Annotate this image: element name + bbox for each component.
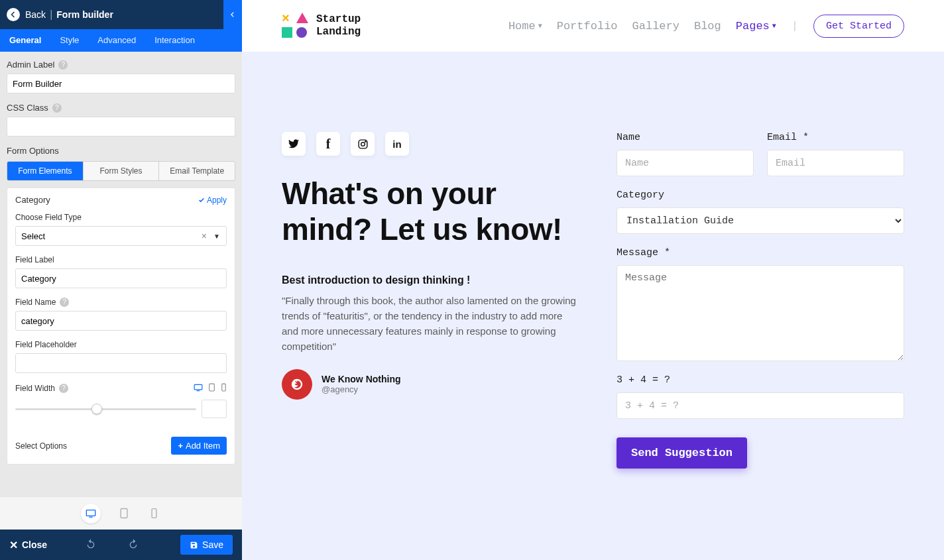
- nav-home[interactable]: Home ▼: [508, 20, 542, 32]
- apply-label: Apply: [207, 196, 227, 205]
- get-started-button[interactable]: Get Started: [813, 15, 904, 38]
- tab-style[interactable]: Style: [50, 29, 88, 52]
- site-nav: Home ▼ Portfolio Gallery Blog Pages ▼ | …: [508, 15, 904, 38]
- tab-interaction[interactable]: Interaction: [145, 29, 204, 52]
- field-placeholder-input[interactable]: [15, 353, 227, 373]
- card-header: Category Apply: [15, 195, 227, 205]
- nav-portfolio[interactable]: Portfolio: [557, 20, 618, 32]
- svg-rect-4: [86, 510, 95, 516]
- css-class-label: CSS Class ?: [7, 103, 235, 113]
- field-type-select[interactable]: × ▼: [15, 226, 227, 246]
- author-name: We Know Nothing: [322, 374, 401, 384]
- close-icon: ✕: [9, 539, 18, 551]
- field-label-input[interactable]: [15, 268, 227, 288]
- site-header: × Startup Landing Home ▼ Portfolio Galle…: [242, 0, 944, 52]
- save-button[interactable]: Save: [180, 535, 233, 555]
- collapse-button[interactable]: [223, 0, 242, 29]
- slider-handle[interactable]: [91, 404, 102, 414]
- mobile-icon[interactable]: [221, 382, 227, 394]
- svg-rect-5: [89, 516, 92, 517]
- nav-blog[interactable]: Blog: [694, 20, 721, 32]
- undo-button[interactable]: [86, 538, 96, 551]
- help-icon[interactable]: ?: [59, 384, 68, 393]
- email-input[interactable]: [767, 150, 904, 176]
- svg-rect-1: [197, 390, 200, 391]
- css-class-text: CSS Class: [7, 103, 48, 113]
- logo-shape-circle: [296, 27, 307, 38]
- plus-icon: +: [178, 441, 183, 451]
- svg-point-10: [365, 140, 365, 141]
- subtab-form-elements[interactable]: Form Elements: [7, 162, 84, 180]
- device-desktop-icon[interactable]: [81, 504, 101, 524]
- testimonial-text: "Finally through this book, the author a…: [282, 293, 577, 355]
- instagram-icon[interactable]: [351, 132, 375, 156]
- subtab-form-styles[interactable]: Form Styles: [84, 162, 160, 180]
- form-options-label: Form Options: [7, 146, 235, 156]
- svg-point-9: [361, 142, 365, 146]
- close-button[interactable]: ✕ Close: [9, 539, 47, 551]
- css-class-input[interactable]: [7, 117, 235, 137]
- field-card: Category Apply Choose Field Type × ▼ Fie…: [7, 188, 235, 465]
- category-select[interactable]: Installation Guide: [617, 207, 904, 234]
- close-label: Close: [22, 539, 47, 550]
- panel-title: Form builder: [56, 9, 113, 20]
- device-mobile-icon[interactable]: [147, 506, 162, 521]
- field-name-input[interactable]: [15, 311, 227, 331]
- nav-separator: |: [794, 20, 796, 32]
- admin-label-text: Admin Label: [7, 60, 54, 70]
- logo-mark: ×: [282, 13, 308, 39]
- page-body: f in What's on your mind? Let us know! B…: [242, 52, 944, 495]
- author-handle: @agency: [322, 384, 401, 394]
- help-icon[interactable]: ?: [60, 298, 69, 307]
- submit-button[interactable]: Send Suggestion: [617, 437, 747, 469]
- svg-rect-6: [121, 509, 127, 518]
- chevron-down-icon[interactable]: ▼: [213, 233, 220, 240]
- admin-label-input[interactable]: [7, 74, 235, 93]
- back-label[interactable]: Back: [25, 9, 46, 20]
- field-type-input[interactable]: [15, 226, 227, 246]
- svg-rect-7: [152, 509, 156, 518]
- add-item-button[interactable]: + Add Item: [171, 437, 227, 455]
- clear-icon[interactable]: ×: [202, 231, 207, 241]
- linkedin-icon[interactable]: in: [385, 132, 409, 156]
- facebook-icon[interactable]: f: [316, 132, 340, 156]
- subtab-email-template[interactable]: Email Template: [159, 162, 235, 180]
- field-label-label: Field Label: [15, 255, 227, 264]
- twitter-icon[interactable]: [282, 132, 306, 156]
- form-options-tabs: Form Elements Form Styles Email Template: [7, 161, 235, 181]
- left-column: f in What's on your mind? Let us know! B…: [282, 132, 577, 469]
- panel-body: Admin Label ? CSS Class ? Form Options F…: [0, 52, 242, 560]
- desktop-icon[interactable]: [194, 382, 203, 394]
- headline: What's on your mind? Let us know!: [282, 176, 577, 248]
- logo-line2: Landing: [316, 26, 361, 38]
- width-slider: [15, 400, 227, 418]
- category-label: Category: [617, 190, 904, 201]
- message-input[interactable]: [617, 265, 904, 361]
- captcha-input[interactable]: [617, 392, 904, 419]
- slider-value-input[interactable]: [202, 400, 227, 418]
- apply-button[interactable]: Apply: [198, 196, 227, 205]
- preview-canvas: × Startup Landing Home ▼ Portfolio Galle…: [242, 0, 944, 560]
- select-options-label: Select Options: [15, 441, 67, 451]
- field-width-label: Field Width ?: [15, 384, 68, 393]
- panel-footer: ✕ Close Save: [0, 530, 242, 560]
- site-logo[interactable]: × Startup Landing: [282, 13, 361, 39]
- slider-track[interactable]: [15, 408, 196, 410]
- help-icon[interactable]: ?: [52, 103, 62, 113]
- name-input[interactable]: [617, 150, 754, 176]
- redo-button[interactable]: [128, 538, 139, 551]
- chevron-down-icon: ▼: [772, 23, 776, 30]
- tab-advanced[interactable]: Advanced: [88, 29, 145, 52]
- tablet-icon[interactable]: [208, 382, 215, 394]
- back-button[interactable]: [7, 8, 20, 21]
- device-tablet-icon[interactable]: [117, 506, 131, 521]
- tab-general[interactable]: General: [0, 29, 50, 52]
- field-name-text: Field Name: [15, 298, 56, 307]
- panel-scroll[interactable]: Admin Label ? CSS Class ? Form Options F…: [0, 52, 242, 560]
- nav-gallery[interactable]: Gallery: [632, 20, 679, 32]
- nav-pages-label: Pages: [736, 20, 770, 32]
- builder-panel: Back | Form builder General Style Advanc…: [0, 0, 242, 560]
- help-icon[interactable]: ?: [58, 60, 68, 70]
- nav-pages[interactable]: Pages ▼: [736, 20, 776, 32]
- field-placeholder-label: Field Placeholder: [15, 340, 227, 349]
